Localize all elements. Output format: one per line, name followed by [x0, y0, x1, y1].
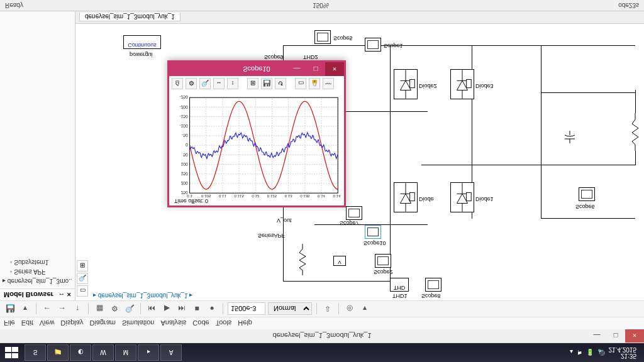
step-fwd-button[interactable]: ⏭	[175, 303, 188, 315]
system-tray[interactable]: ▴ ⚑ 🔋 🔊 21:35 21.4.2015	[570, 346, 642, 359]
capacitor-block[interactable]	[565, 131, 575, 143]
scope1-block[interactable]	[365, 38, 381, 52]
scope-close-button[interactable]: ×	[325, 62, 344, 76]
window-close-button[interactable]: ×	[625, 329, 644, 343]
svg-text:-100: -100	[179, 124, 188, 128]
menu-simulation[interactable]: Simulation	[122, 320, 154, 327]
target-button[interactable]: ◎	[343, 303, 356, 315]
save-button[interactable]: 💾	[4, 303, 16, 315]
scope7-block[interactable]	[346, 206, 362, 220]
menu-code[interactable]: Code	[192, 320, 209, 327]
powergui-label: powergui	[130, 52, 153, 58]
taskbar-app[interactable]: ▸	[138, 344, 159, 361]
scope8-block[interactable]	[425, 278, 441, 292]
explorer-button[interactable]: 🔍	[123, 303, 136, 315]
deploy-button[interactable]: ▾	[358, 303, 371, 315]
taskbar-app[interactable]: 📁	[47, 344, 69, 361]
tree-item[interactable]: ▫ Series APF	[3, 267, 72, 277]
scope5-block[interactable]	[314, 30, 331, 44]
scope-print-icon[interactable]: ⎙	[172, 78, 183, 89]
scope-min-button[interactable]: —	[287, 62, 306, 76]
svg-rect-13	[467, 192, 472, 200]
browser-tree[interactable]: ▸ deneysel_sim_1_3mo... ▫ Series APF ▫ S…	[0, 11, 75, 288]
up-button[interactable]: ↑	[71, 303, 84, 315]
scope-restore-icon[interactable]: ↺	[275, 78, 286, 89]
config-button[interactable]: ⚙	[108, 303, 121, 315]
svg-text:0.135: 0.135	[300, 194, 310, 199]
stop-time-input[interactable]	[228, 303, 265, 315]
taskbar-app[interactable]: M	[115, 344, 136, 361]
scope-lock-icon[interactable]: 🔒	[309, 78, 320, 89]
scope2-block[interactable]	[375, 254, 391, 268]
menu-analysis[interactable]: Analysis	[160, 320, 186, 327]
tray-icon[interactable]: ⚑	[577, 349, 582, 356]
diode2-block[interactable]	[394, 69, 418, 99]
svg-text:0.115: 0.115	[234, 194, 244, 199]
time-offset-label: Time offset: 0	[174, 198, 208, 204]
build-button[interactable]: ⇩	[321, 303, 334, 315]
scope10-block[interactable]	[365, 225, 381, 239]
svg-text:-50: -50	[182, 133, 188, 138]
menu-tools[interactable]: Tools	[216, 320, 232, 327]
diode-block[interactable]	[394, 182, 418, 212]
scope6-block[interactable]	[579, 187, 595, 201]
stop-button[interactable]: ■	[191, 303, 203, 315]
thd1-block[interactable]: THD	[390, 278, 409, 292]
palette-zoom[interactable]: 🔍	[77, 273, 88, 284]
menu-edit[interactable]: Edit	[21, 320, 33, 327]
window-titlebar: deneysel_sim_1_3modul_yuk_1 — □ ×	[0, 329, 644, 343]
new-button[interactable]: ▾	[19, 303, 31, 315]
mode-select[interactable]: Normal	[268, 303, 312, 315]
resistor-block[interactable]	[299, 244, 306, 275]
scope-float-icon[interactable]: ▭	[295, 78, 306, 89]
taskbar-app[interactable]: ◐	[70, 344, 91, 361]
scope-zoomx-icon[interactable]: ↔	[213, 78, 225, 89]
scope-zoom-icon[interactable]: 🔍	[199, 78, 211, 89]
step-back-button[interactable]: ⏮	[145, 303, 158, 315]
tree-item[interactable]: ▸ deneysel_sim_1_3mo...	[3, 277, 72, 286]
menu-diagram[interactable]: Diagram	[89, 320, 116, 327]
diode1-block[interactable]	[450, 182, 474, 212]
svg-text:-200: -200	[179, 105, 188, 109]
scope-toolbar: ⎙ ⚙ 🔍 ↔ ↕ ⊞ 💾 ↺ ▭ 🔒 〰	[172, 77, 341, 90]
breadcrumb[interactable]: ▸ deneysel_sim_1_3modul_yuk_1 ▸	[93, 292, 192, 299]
run-button[interactable]: ▶	[160, 303, 173, 315]
voltage-measure[interactable]: V	[333, 256, 346, 266]
tray-icon[interactable]: 🔋	[586, 349, 594, 356]
scope-sig-icon[interactable]: 〰	[323, 78, 334, 89]
palette-select[interactable]: ▭	[77, 285, 88, 297]
taskbar-app[interactable]: W	[92, 344, 114, 361]
svg-text:-250: -250	[179, 95, 188, 99]
clock[interactable]: 21:35 21.4.2015	[609, 346, 637, 359]
window-min-button[interactable]: —	[587, 329, 606, 343]
library-button[interactable]: ▦	[93, 303, 106, 315]
start-button[interactable]	[3, 344, 24, 361]
status-zoom: 150%	[313, 2, 329, 9]
scope-zoomy-icon[interactable]: ↕	[227, 78, 238, 89]
menu-file[interactable]: File	[4, 320, 15, 327]
svg-text:-150: -150	[179, 114, 188, 119]
diode3-block[interactable]	[450, 69, 474, 99]
menu-help[interactable]: Help	[238, 320, 252, 327]
resistor2-block[interactable]	[632, 113, 638, 151]
canvas-tab[interactable]: deneysel_sim_1_3modul_yuk_1	[79, 13, 180, 22]
fwd-button[interactable]: →	[56, 303, 69, 315]
taskbar-app[interactable]: S	[25, 344, 46, 361]
model-canvas[interactable]: ▭ 🔍 ⊞ Scope4 Continuous powergui Scope9 …	[75, 11, 644, 300]
scope-save-icon[interactable]: 💾	[261, 78, 272, 89]
taskbar-app[interactable]: A	[160, 344, 182, 361]
tray-icon[interactable]: ▴	[570, 349, 573, 356]
menu-view[interactable]: View	[40, 320, 55, 327]
scope-max-button[interactable]: □	[306, 62, 325, 76]
window-max-button[interactable]: □	[606, 329, 625, 343]
scope-params-icon[interactable]: ⚙	[186, 78, 197, 89]
back-button[interactable]: ←	[41, 303, 53, 315]
tree-item[interactable]: ▫ Subsystem1	[3, 258, 72, 267]
menu-display[interactable]: Display	[60, 320, 83, 327]
tray-icon[interactable]: 🔊	[597, 349, 605, 356]
record-button[interactable]: ●	[206, 303, 218, 315]
palette-fit[interactable]: ⊞	[77, 260, 88, 272]
powergui-block[interactable]: Continuous	[123, 35, 161, 49]
scope-autoscale-icon[interactable]: ⊞	[247, 78, 258, 89]
browser-close-icon[interactable]: ↔ ×	[58, 291, 71, 299]
